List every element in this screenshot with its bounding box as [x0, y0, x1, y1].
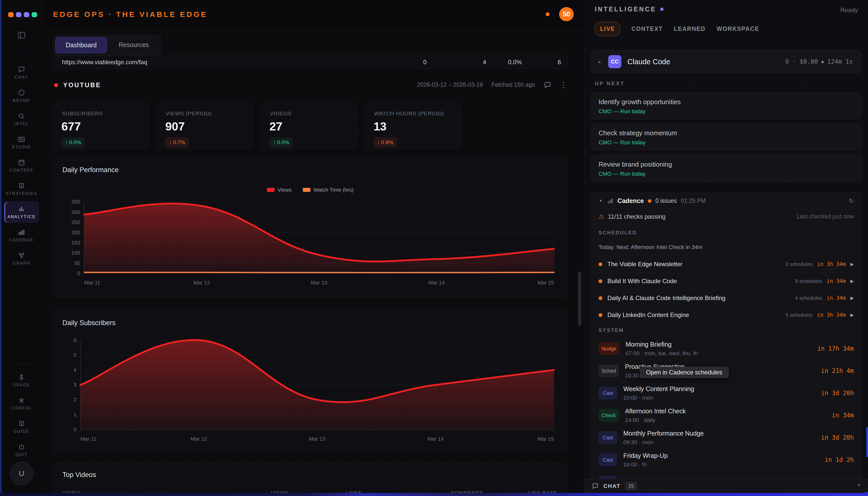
scheduled-row[interactable]: Daily AI & Claude Code Intelligence Brie… — [591, 290, 862, 306]
svg-text:4: 4 — [74, 367, 77, 373]
panel-tab-workspace[interactable]: WORKSPACE — [716, 26, 759, 32]
svg-text:Mar 11: Mar 11 — [84, 280, 100, 285]
scheduled-row[interactable]: Build It With Claude Code9 schedulesin 3… — [591, 273, 862, 290]
window-traffic-lights[interactable] — [8, 12, 37, 17]
stat-delta-badge: ↓ 0.8% — [374, 137, 397, 148]
cadence-time: 01:25 PM — [681, 198, 706, 204]
bullet-icon: ● — [821, 59, 824, 64]
asterisk-icon — [18, 397, 25, 404]
today-next-line: Today: Next: Afternoon Intel Check in 34… — [599, 244, 703, 250]
url-cell: https://www.viableedge.com/faq — [62, 59, 147, 66]
system-badge-cast: Cast — [599, 453, 617, 466]
column-header-views: VIEWS — [271, 490, 289, 493]
sidebar-item-brand[interactable]: BRAND — [4, 85, 39, 106]
claude-code-row[interactable]: ▸ CC Claude Code 0 · $0.00 ● 124m 1s — [591, 50, 862, 73]
system-row[interactable]: NudgeMorning Briefing07:00 · mon, tue, w… — [591, 338, 862, 360]
panel-tab-live[interactable]: LIVE — [595, 22, 620, 36]
sidebar-collapse-icon[interactable] — [1, 31, 41, 40]
sidebar-item-graph[interactable]: GRAPH — [4, 248, 39, 269]
play-icon[interactable]: ▶ — [850, 261, 854, 267]
comment-icon[interactable] — [544, 81, 551, 89]
refresh-icon[interactable]: ↻ — [849, 198, 854, 204]
system-schedule: 10:00 · mon — [623, 394, 694, 401]
sidebar-item-content[interactable]: CONTENT — [4, 155, 39, 176]
panel-title: INTELLIGENCE — [595, 5, 656, 13]
notification-badge[interactable]: 50 — [559, 7, 574, 21]
sidebar-item-label: QUIT — [15, 452, 28, 457]
sidebar-item-strategies[interactable]: STRATEGIES — [4, 178, 39, 200]
svg-text:Mar 14: Mar 14 — [428, 280, 445, 285]
chevron-up-icon[interactable]: ^ — [858, 483, 861, 490]
system-badge-cast: Cast — [599, 431, 617, 444]
sidebar-item-studio[interactable]: STUDIO — [4, 132, 39, 153]
chat-icon — [18, 66, 25, 73]
schedule-name: Daily AI & Claude Code Intelligence Brie… — [607, 295, 725, 301]
sidebar-item-config[interactable]: CONFIG — [4, 393, 39, 414]
traffic-light-3[interactable] — [32, 12, 37, 17]
system-schedule: 09:30 · mon — [623, 439, 704, 446]
system-name: Monthly Performance Nudge — [623, 430, 704, 437]
traffic-light-1[interactable] — [16, 12, 21, 17]
play-icon[interactable]: ▶ — [850, 295, 854, 301]
schedule-count: 4 schedules — [795, 295, 822, 301]
play-icon[interactable]: ▶ — [850, 278, 854, 284]
tab-resources[interactable]: Resources — [108, 37, 159, 53]
panel-tab-context[interactable]: CONTEXT — [631, 26, 663, 32]
svg-text:Mar 15: Mar 15 — [537, 436, 554, 441]
system-row[interactable]: CastWeekly Content Planning10:00 · monin… — [591, 382, 862, 404]
up-next-subtitle: CMO — Run today — [599, 139, 646, 146]
scheduled-row[interactable]: The Viable Edge Newsletter3 schedulesin … — [591, 255, 862, 273]
sidebar-item-guide[interactable]: GUIDE — [4, 416, 39, 437]
system-row[interactable]: CastMonthly Performance Nudge09:30 · mon… — [591, 427, 862, 449]
traffic-light-2[interactable] — [24, 12, 29, 17]
system-label: SYSTEM — [599, 327, 624, 333]
system-row[interactable]: CastFriday Wrap-Up16:00 · friin 1d 2h — [591, 449, 862, 471]
schedule-eta: in 34m — [826, 278, 846, 284]
sidebar-item-label: CONTENT — [10, 168, 34, 173]
play-icon[interactable]: ▶ — [850, 312, 854, 318]
chat-bar[interactable]: CHAT 15 ^ — [584, 479, 868, 493]
collapse-caret-icon[interactable]: ▼ — [599, 199, 603, 203]
cadence-name: Cadence — [617, 197, 644, 204]
schedule-eta: in 3h 34m — [817, 312, 846, 318]
youtube-section-title: YOUTUBE — [63, 81, 101, 89]
stat-value: 677 — [61, 120, 81, 133]
system-eta: in 3d 20h — [821, 434, 854, 441]
sidebar-item-label: GRAPH — [13, 261, 30, 266]
sidebar-item-intel[interactable]: INTEL — [4, 108, 39, 130]
schedule-count: 9 schedules — [795, 278, 822, 284]
up-next-card[interactable]: Check strategy momentumCMO — Run today — [591, 123, 862, 151]
up-next-card[interactable]: Identify growth opportunitiesCMO — Run t… — [591, 92, 862, 119]
chevron-right-icon[interactable]: ▸ — [599, 59, 601, 65]
tooltip: Open in Cadence schedules — [640, 367, 729, 378]
sidebar-item-analytics[interactable]: ANALYTICS — [4, 201, 39, 223]
schedule-eta: in 34m — [826, 295, 846, 301]
system-row[interactable]: CastDaily Learning Digest — [591, 471, 862, 479]
kebab-menu-icon[interactable]: ⋮ — [560, 80, 567, 89]
svg-text:1: 1 — [74, 412, 77, 417]
svg-text:3: 3 — [74, 382, 77, 388]
scheduled-label: SCHEDULED — [599, 230, 637, 236]
claude-code-badge: CC — [608, 55, 621, 68]
svg-text:0: 0 — [77, 270, 80, 276]
system-row[interactable]: CheckAfternoon Intel Check14:00 · dailyi… — [591, 404, 862, 427]
system-schedule: 16:00 · fri — [623, 461, 668, 468]
sidebar-item-cadence[interactable]: CADENCE — [4, 225, 39, 246]
scrollbar-thumb[interactable] — [578, 272, 581, 326]
schedule-name: Build It With Claude Code — [607, 278, 677, 285]
system-badge-nudge: Nudge — [599, 342, 619, 355]
tab-dashboard[interactable]: Dashboard — [56, 37, 107, 53]
up-next-card[interactable]: Review brand positioningCMO — Run today — [591, 155, 862, 182]
scheduled-row[interactable]: Daily LinkedIn Content Engine5 schedules… — [591, 306, 862, 323]
chat-label: CHAT — [603, 483, 620, 490]
avatar[interactable]: U — [10, 462, 33, 485]
sidebar-item-usage[interactable]: USAGE — [4, 370, 39, 391]
sidebar-item-chat[interactable]: CHAT — [4, 62, 39, 83]
power-icon — [18, 443, 25, 451]
panel-tab-learned[interactable]: LEARNED — [674, 26, 706, 32]
traffic-light-0[interactable] — [8, 12, 14, 17]
table-row-url[interactable]: https://www.viableedge.com/faq 0 4 0.0% … — [53, 56, 567, 69]
cadence-header[interactable]: ▼ Cadence 0 issues 01:25 PM ↻ — [591, 193, 862, 209]
stat-delta-badge: ↑ 0.0% — [61, 137, 85, 148]
sidebar-item-quit[interactable]: QUIT — [4, 439, 39, 461]
